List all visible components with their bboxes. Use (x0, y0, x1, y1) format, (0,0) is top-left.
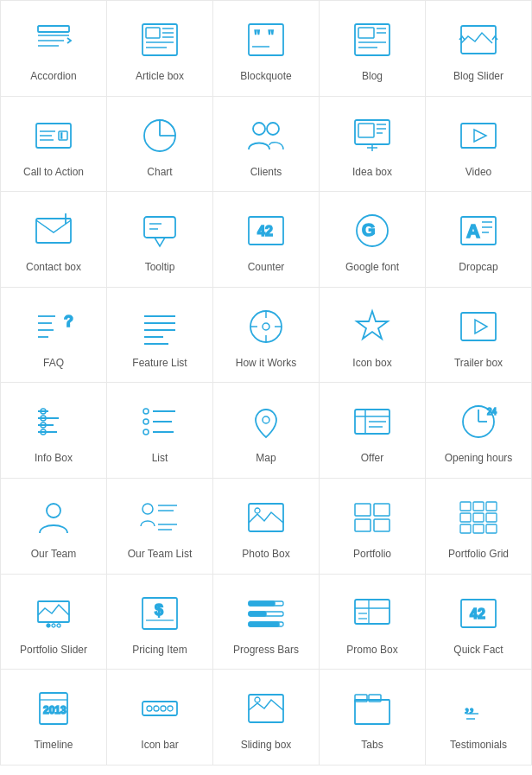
cell-blog-slider[interactable]: Blog Slider (426, 1, 532, 97)
cell-how-it-works[interactable]: How it Works (213, 288, 320, 384)
cell-accordion[interactable]: Accordion (1, 1, 107, 97)
cell-info-box[interactable]: Info Box (1, 383, 107, 479)
svg-rect-118 (473, 513, 484, 522)
cell-idea-box[interactable]: Idea box (320, 97, 426, 193)
cell-tooltip[interactable]: Tooltip (107, 192, 213, 288)
cell-our-team-list[interactable]: Our Team List (107, 479, 213, 575)
cell-feature-list[interactable]: Feature List (107, 288, 213, 384)
svg-rect-115 (473, 502, 484, 511)
svg-rect-146 (142, 702, 177, 715)
cell-photo-box[interactable]: Photo Box (213, 479, 320, 575)
svg-rect-136 (355, 600, 390, 624)
photo-box-label: Photo Box (242, 548, 289, 562)
svg-rect-119 (486, 513, 497, 522)
svg-text:2013: 2013 (43, 704, 66, 716)
cell-article-box[interactable]: Article box (107, 1, 213, 97)
testimonials-icon: ,, (455, 685, 502, 732)
cell-sliding-box[interactable]: Sliding box (213, 670, 320, 765)
cell-icon-box[interactable]: Icon box (320, 288, 426, 384)
svg-rect-46 (144, 217, 175, 238)
list-icon (136, 398, 183, 445)
svg-text:": " (254, 28, 260, 45)
svg-rect-112 (355, 519, 370, 531)
svg-rect-34 (358, 124, 374, 137)
svg-point-102 (47, 504, 60, 518)
svg-point-103 (142, 504, 153, 514)
cell-testimonials[interactable]: ,,Testimonials (426, 670, 532, 765)
svg-point-150 (168, 706, 173, 711)
trailer-box-label: Trailer box (454, 357, 503, 371)
portfolio-slider-icon (30, 590, 77, 637)
idea-box-icon (349, 112, 396, 159)
svg-text:": " (268, 28, 274, 45)
svg-rect-40 (461, 124, 496, 148)
counter-icon: 42 (243, 207, 289, 254)
svg-text:!: ! (60, 131, 63, 140)
svg-rect-16 (358, 28, 374, 38)
svg-rect-121 (473, 524, 484, 533)
cell-icon-bar[interactable]: Icon bar (107, 670, 213, 765)
cell-portfolio-grid[interactable]: Portfolio Grid (426, 479, 532, 575)
svg-marker-47 (155, 238, 165, 246)
cell-blockquote[interactable]: ""Blockquote (213, 1, 320, 97)
cell-quick-fact[interactable]: 42Quick Fact (426, 575, 532, 670)
quick-fact-label: Quick Fact (453, 644, 503, 657)
video-icon (455, 112, 502, 159)
cell-faq[interactable]: ?FAQ (1, 288, 107, 384)
svg-text:42: 42 (470, 607, 485, 621)
call-to-action-icon: ! (30, 112, 77, 159)
svg-text:42: 42 (257, 224, 273, 238)
how-it-works-icon (243, 303, 289, 350)
svg-rect-151 (249, 695, 283, 722)
cell-map[interactable]: Map (213, 383, 320, 479)
feature-list-icon (136, 303, 183, 350)
cell-video[interactable]: Video (426, 97, 532, 193)
cell-dropcap[interactable]: ADropcap (426, 192, 532, 288)
cell-contact-box[interactable]: Contact box (1, 192, 107, 288)
blog-icon (349, 16, 396, 63)
cell-tabs[interactable]: Tabs (320, 670, 426, 765)
pricing-item-icon: $ (136, 590, 183, 637)
cell-our-team[interactable]: Our Team (1, 479, 107, 575)
cell-timeline[interactable]: 2013Timeline (1, 670, 107, 765)
cell-pricing-item[interactable]: $Pricing Item (107, 575, 213, 670)
blog-label: Blog (362, 70, 383, 84)
clients-label: Clients (250, 166, 282, 180)
chart-label: Chart (147, 166, 172, 180)
clients-icon (243, 112, 289, 159)
svg-rect-114 (460, 502, 471, 511)
testimonials-label: Testimonials (450, 739, 507, 753)
svg-text:?: ? (64, 313, 73, 330)
svg-point-125 (52, 624, 55, 627)
cell-counter[interactable]: 42Counter (213, 192, 320, 288)
how-it-works-label: How it Works (236, 357, 296, 371)
sliding-box-label: Sliding box (241, 739, 292, 753)
cell-promo-box[interactable]: Promo Box (320, 575, 426, 670)
cell-trailer-box[interactable]: Trailer box (426, 288, 532, 384)
cell-list[interactable]: List (107, 383, 213, 479)
tabs-label: Tabs (361, 739, 383, 753)
svg-rect-153 (355, 700, 390, 724)
cell-portfolio[interactable]: Portfolio (320, 479, 426, 575)
map-icon (243, 398, 289, 445)
cell-chart[interactable]: Chart (107, 97, 213, 193)
cell-blog[interactable]: Blog (320, 1, 426, 97)
cell-progress-bars[interactable]: Progress Bars (213, 575, 320, 670)
tabs-icon (349, 685, 396, 732)
cell-opening-hours[interactable]: 24Opening hours (426, 383, 532, 479)
opening-hours-label: Opening hours (445, 452, 513, 466)
cell-google-font[interactable]: GGoogle font (320, 192, 426, 288)
cell-call-to-action[interactable]: !Call to Action (1, 97, 107, 193)
blockquote-label: Blockquote (240, 70, 291, 84)
map-label: Map (256, 452, 276, 466)
cell-clients[interactable]: Clients (213, 97, 320, 193)
cell-portfolio-slider[interactable]: Portfolio Slider (1, 575, 107, 670)
svg-rect-117 (460, 513, 471, 522)
svg-marker-77 (475, 320, 487, 334)
svg-rect-5 (146, 28, 160, 38)
svg-rect-131 (249, 601, 275, 606)
cell-offer[interactable]: Offer (320, 383, 426, 479)
feature-list-label: Feature List (132, 357, 187, 371)
portfolio-grid-label: Portfolio Grid (448, 548, 509, 562)
progress-bars-icon (243, 590, 289, 637)
